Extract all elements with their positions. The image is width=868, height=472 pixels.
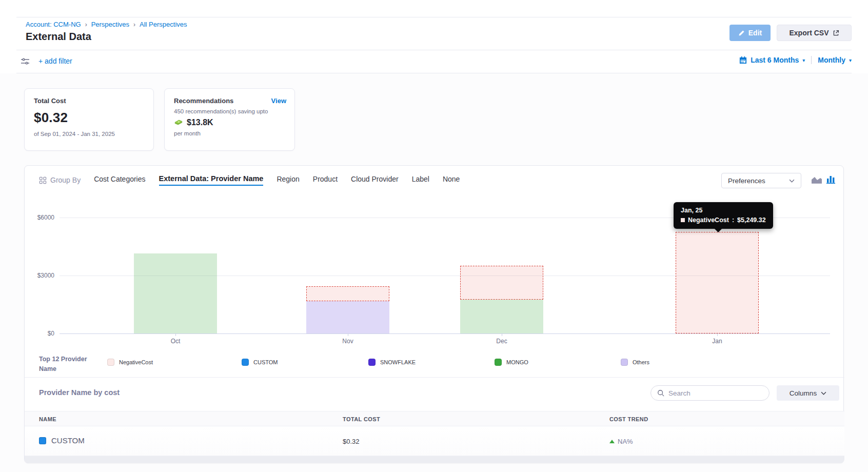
chart-panel: Group By Cost Categories External Data: … [24,165,844,463]
legend-title: Top 12 Provider Name [39,355,101,375]
x-axis-tick [348,333,348,336]
breadcrumb-perspectives[interactable]: Perspectives [91,21,129,28]
calendar-icon [739,56,747,64]
col-header-name[interactable]: NAME [39,416,56,422]
breadcrumb-account[interactable]: Account: CCM-NG [26,21,81,28]
time-controls: Last 6 Months ▾ Monthly ▾ [739,56,852,64]
x-axis-tick [175,333,176,336]
legend-item-custom[interactable]: CUSTOM [242,359,278,366]
legend-swatch [621,359,628,366]
provider-color-swatch [39,437,46,444]
chart-tooltip: Jan, 25 NegativeCost : $5,249.32 [674,202,773,229]
legend-swatch [368,359,376,366]
grid-icon [39,176,47,184]
tab-product[interactable]: Product [313,175,338,185]
tab-cloud-provider[interactable]: Cloud Provider [351,175,399,185]
columns-button[interactable]: Columns [777,385,839,401]
external-link-icon [833,30,839,36]
col-header-total-cost[interactable]: TOTAL COST [343,416,380,422]
pencil-icon [738,30,745,36]
bar-dec-mongo[interactable] [460,300,543,333]
date-range-value: Last 6 Months [751,56,799,64]
legend-item-mongo[interactable]: MONGO [495,359,528,366]
legend-label: NegativeCost [119,359,153,365]
perspective-page: Account: CCM-NG › Perspectives › All Per… [0,0,868,472]
export-csv-button[interactable]: Export CSV [777,25,852,41]
chevron-down-icon: ▾ [802,57,805,63]
edit-button-label: Edit [748,29,762,37]
chart-legend: Top 12 Provider Name NegativeCostCUSTOMS… [25,353,844,377]
total-cost-label: Total Cost [34,97,144,105]
legend-item-snowflake[interactable]: SNOWFLAKE [368,359,416,366]
x-axis-label: Oct [145,338,206,345]
group-by-row: Group By Cost Categories External Data: … [39,166,460,194]
tooltip-series-label: NegativeCost [688,217,729,224]
filter-bar: + add filter Last 6 Months ▾ Monthly ▾ [16,50,852,73]
recommendations-card: Recommendations View 450 recommendation(… [164,88,295,151]
y-axis-label: $0 [27,330,54,337]
legend-label: Others [633,359,649,365]
search-icon [657,389,664,397]
legend-swatch [107,359,114,366]
legend-item-negativecost[interactable]: NegativeCost [107,359,153,366]
recommendations-summary: 450 recommendation(s) saving upto [174,108,285,114]
granularity-dropdown[interactable]: Monthly ▾ [812,56,852,64]
recommendations-per-month: per month [174,130,285,136]
tab-label[interactable]: Label [412,175,429,185]
add-filter-button[interactable]: + add filter [38,57,72,65]
panel-divider [25,377,844,378]
trend-value: NA% [618,438,633,445]
y-axis-label: $6000 [27,214,54,221]
page-title: External Data [26,31,91,43]
tooltip-separator: : [732,217,734,224]
recommendations-amount: $13.8K [187,118,213,127]
columns-label: Columns [790,389,817,397]
breadcrumb-separator: › [133,21,135,28]
date-range-dropdown[interactable]: Last 6 Months ▾ [739,56,812,64]
legend-label: CUSTOM [253,359,278,365]
tab-cost-categories[interactable]: Cost Categories [94,175,145,185]
edit-button[interactable]: Edit [729,25,771,41]
trend-up-icon [609,440,615,443]
bar-oct-mongo[interactable] [134,253,217,333]
tab-none[interactable]: None [443,175,460,185]
x-axis-tick [717,333,718,336]
legend-label: SNOWFLAKE [380,359,416,365]
tooltip-value: $5,249.32 [737,217,766,224]
group-by-text: Group By [50,176,81,184]
total-cost-period: of Sep 01, 2024 - Jan 31, 2025 [34,131,144,137]
provider-total-cost: $0.32 [343,438,360,445]
breadcrumb-all-perspectives[interactable]: All Perspectives [140,21,187,28]
table-row[interactable]: CUSTOM $0.32 NA% [25,426,844,456]
export-csv-label: Export CSV [789,29,828,37]
search-input[interactable] [668,389,756,397]
chevron-down-icon [789,179,795,183]
y-axis-label: $3000 [27,272,54,279]
bar-dec-negativecost[interactable] [460,266,543,300]
tooltip-title: Jan, 25 [681,207,766,214]
bar-nov-negativecost[interactable] [306,286,389,301]
legend-label: MONGO [506,359,528,365]
tooltip-series-swatch [681,218,685,222]
total-cost-card: Total Cost $0.32 of Sep 01, 2024 - Jan 3… [24,88,154,151]
bar-nov-snowflake[interactable] [306,301,389,333]
x-axis-label: Jan [686,338,748,345]
preferences-dropdown[interactable]: Preferences [721,173,801,188]
bar-chart-toggle-icon[interactable] [826,175,837,184]
legend-swatch [242,359,249,366]
x-axis-tick [502,333,502,336]
col-header-cost-trend[interactable]: COST TREND [609,416,648,422]
bar-jan-negativecost[interactable] [676,232,759,333]
x-axis-label: Nov [317,338,379,345]
table-header-row: NAME TOTAL COST COST TREND [25,411,844,426]
total-cost-value: $0.32 [34,110,144,126]
legend-item-others[interactable]: Others [621,359,649,366]
table-next-row-partial [25,456,844,463]
tab-external-data-provider-name[interactable]: External Data: Provider Name [159,174,264,186]
area-chart-toggle-icon[interactable] [811,175,822,184]
filter-settings-icon[interactable] [21,57,30,66]
table-search [650,385,770,401]
recommendations-view-link[interactable]: View [271,97,286,105]
tab-region[interactable]: Region [277,175,299,185]
money-icon [174,119,183,126]
